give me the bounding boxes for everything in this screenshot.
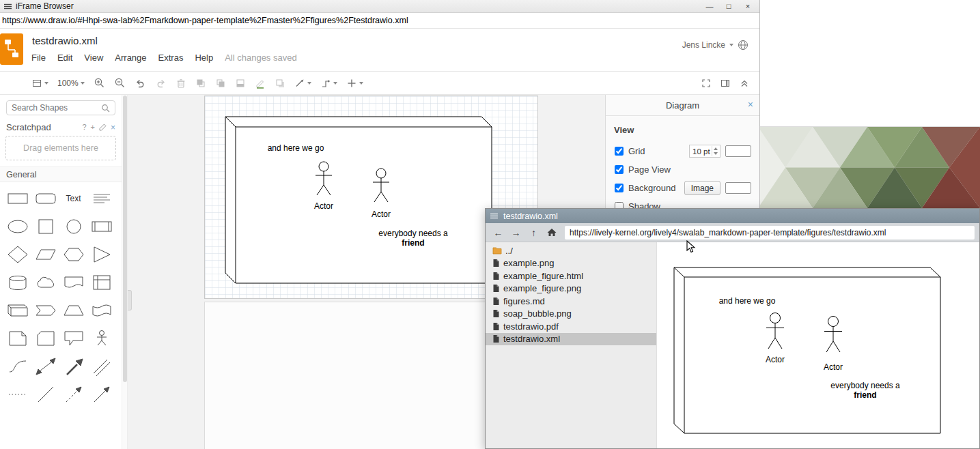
note-line2[interactable]: friend (402, 238, 424, 248)
add-icon[interactable]: + (91, 124, 95, 131)
shape-link[interactable] (89, 355, 114, 378)
list-item-parent-dir[interactable]: ../ (486, 244, 656, 257)
help-icon[interactable]: ? (82, 124, 86, 131)
page-view-checkbox[interactable] (615, 165, 624, 174)
grid-checkbox[interactable] (615, 147, 624, 156)
list-item-file[interactable]: example_figure.html (486, 270, 656, 283)
back-button[interactable]: ← (490, 225, 506, 240)
cube-shape[interactable] (225, 117, 492, 283)
collapse-toolbar-button[interactable] (739, 78, 750, 89)
shape-callout[interactable] (61, 327, 86, 350)
shape-arrow[interactable] (61, 355, 86, 378)
shape-line[interactable] (33, 383, 58, 406)
shadow-button[interactable] (275, 78, 285, 89)
list-item-file[interactable]: testdrawio.pdf (486, 320, 656, 333)
list-item-file-selected[interactable]: testdrawio.xml (486, 333, 656, 346)
delete-button[interactable] (176, 78, 186, 89)
shape-textbox[interactable] (89, 187, 114, 210)
shape-curve[interactable] (5, 355, 30, 378)
shape-rectangle[interactable] (5, 187, 30, 210)
shape-dashed-arrow[interactable] (61, 383, 86, 406)
shape-parallelogram[interactable] (33, 243, 58, 266)
scratchpad-dropzone[interactable]: Drag elements here (5, 136, 116, 160)
hamburger-menu-icon[interactable] (4, 3, 12, 10)
sidebar-splitter-handle[interactable] (128, 290, 132, 310)
menu-help[interactable]: Help (195, 53, 213, 63)
browser-url-bar[interactable]: https://www.draw.io/#Hhpi-swa-lab%2Fmark… (0, 13, 759, 29)
spinner-up-icon[interactable] (714, 147, 718, 150)
general-section-header[interactable]: General (0, 166, 122, 182)
shape-text[interactable]: Text (61, 187, 86, 210)
shape-hexagon[interactable] (61, 243, 86, 266)
shape-diamond[interactable] (5, 243, 30, 266)
background-color-button[interactable] (725, 182, 751, 194)
format-panel-close-icon[interactable]: × (748, 99, 753, 110)
scratchpad-close-icon[interactable]: × (111, 124, 115, 132)
actor2-label[interactable]: Actor (372, 209, 391, 219)
scrollbar-thumb[interactable] (123, 96, 127, 382)
shape-step[interactable] (33, 299, 58, 322)
globe-icon[interactable] (738, 40, 748, 50)
shape-rounded-rectangle[interactable] (33, 187, 58, 210)
minimize-button[interactable]: — (702, 1, 717, 12)
fullscreen-button[interactable] (701, 78, 712, 89)
shape-directional-arrow[interactable] (89, 383, 114, 406)
to-front-button[interactable] (195, 78, 206, 89)
list-item-file[interactable]: soap_bubble.png (486, 308, 656, 321)
zoom-in-button[interactable] (94, 77, 105, 89)
shape-actor[interactable] (89, 327, 114, 350)
edit-pencil-icon[interactable] (99, 124, 107, 131)
menu-extras[interactable]: Extras (158, 53, 184, 63)
file-url-bar[interactable]: https://lively-kernel.org/lively4/swalab… (565, 226, 975, 240)
forward-button[interactable]: → (508, 225, 524, 240)
zoom-dropdown[interactable]: 100% (57, 78, 85, 88)
shape-note[interactable] (5, 327, 30, 350)
list-item-file[interactable]: example_figure.png (486, 283, 656, 295)
hamburger-menu-icon[interactable] (490, 213, 498, 219)
background-checkbox[interactable] (615, 184, 624, 192)
spinner-down-icon[interactable] (714, 152, 718, 155)
shape-trapezoid[interactable] (61, 299, 86, 322)
shape-cylinder[interactable] (5, 271, 30, 294)
shape-card[interactable] (33, 327, 58, 350)
menu-edit[interactable]: Edit (57, 53, 72, 63)
shape-bidirectional-arrow[interactable] (33, 355, 58, 378)
background-image-button[interactable]: Image (684, 181, 720, 195)
shape-dotted-line[interactable] (5, 383, 30, 406)
redo-button[interactable] (155, 78, 167, 89)
grid-size-input[interactable]: 10 pt (689, 145, 720, 158)
search-box[interactable] (6, 100, 115, 115)
fill-color-button[interactable] (235, 78, 246, 89)
list-item-file[interactable]: figures.md (486, 295, 656, 308)
shape-cube[interactable] (5, 299, 30, 322)
home-button[interactable] (544, 225, 559, 240)
shape-cloud[interactable] (33, 271, 58, 294)
note-line1[interactable]: everybody needs a (378, 229, 448, 238)
user-menu[interactable]: Jens Lincke (682, 40, 725, 50)
menu-view[interactable]: View (84, 53, 103, 63)
waypoints-dropdown[interactable] (320, 78, 337, 89)
list-item-file[interactable]: example.png (486, 257, 656, 270)
tab-diagram[interactable]: Diagram (666, 100, 699, 111)
grid-color-button[interactable] (725, 145, 751, 157)
shape-process[interactable] (89, 215, 114, 238)
menu-file[interactable]: File (31, 53, 46, 63)
connection-dropdown[interactable] (294, 78, 311, 89)
shape-document[interactable] (61, 271, 86, 294)
menu-arrange[interactable]: Arrange (115, 53, 146, 63)
shape-circle[interactable] (61, 215, 86, 238)
to-back-button[interactable] (215, 78, 226, 89)
insert-dropdown[interactable] (346, 78, 363, 89)
format-panel-button[interactable] (720, 78, 731, 89)
caption-text[interactable]: and here we go (268, 143, 324, 153)
sidebar-scrollbar[interactable] (122, 95, 128, 449)
shape-square[interactable] (33, 215, 58, 238)
maximize-button[interactable]: □ (721, 1, 736, 12)
view-dropdown[interactable] (31, 78, 48, 89)
grid-size-spinner[interactable] (712, 146, 719, 156)
close-button[interactable]: × (740, 1, 755, 12)
zoom-out-button[interactable] (114, 77, 126, 89)
up-button[interactable]: ↑ (526, 225, 542, 240)
line-color-button[interactable] (255, 78, 266, 89)
shape-tape[interactable] (89, 299, 114, 322)
